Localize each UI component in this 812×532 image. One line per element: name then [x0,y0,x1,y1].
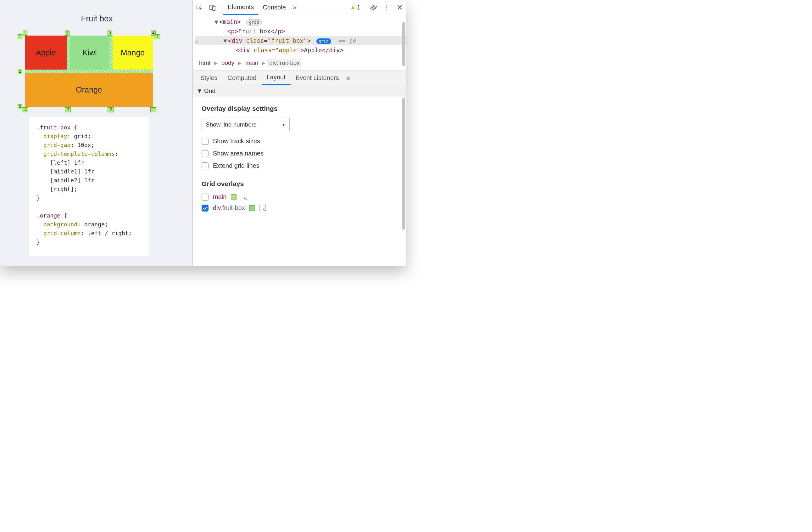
dom-node-p[interactable]: <p>Fruit box</p> [195,26,406,36]
dom-node-fruit-box[interactable]: ▼<div class="fruit-box"> grid == $0 [195,36,406,45]
gear-icon[interactable] [367,0,380,15]
scrollbar[interactable] [402,22,405,263]
checkbox-label: Show track sizes [213,138,260,145]
grid-overlays-title: Grid overlays [202,180,404,187]
line-number: 3 [107,30,112,36]
page-title: Fruit box [18,14,176,24]
line-number: 1 [23,30,27,36]
fruit-box-grid: Apple Kiwi Mango Orange 1 2 3 4 1 2 3 -1… [22,32,157,110]
close-icon[interactable]: ✕ [393,0,406,15]
styles-panel-tabs: Styles Computed Layout Event Listeners » [193,71,406,85]
grid-badge[interactable]: grid [246,19,262,26]
line-numbers-select[interactable]: Show line numbers▼ [202,118,290,131]
crumb-html[interactable]: html [197,58,212,67]
checkbox-icon[interactable] [202,138,208,145]
layout-panel-body: Overlay display settings Show line numbe… [193,97,406,266]
tab-elements[interactable]: Elements [223,0,258,15]
cell-apple: Apple [25,36,67,70]
overlay-settings-title: Overlay display settings [202,105,404,112]
grid-gutter [25,70,153,73]
line-number: -4 [22,107,28,112]
line-number: -2 [107,107,114,112]
checkbox-track-sizes[interactable]: Show track sizes [202,138,404,145]
scrollbar-thumb[interactable] [402,22,405,66]
scrollbar-thumb[interactable] [402,98,405,230]
line-number: -3 [65,107,71,112]
line-number: 1 [18,34,22,39]
checkbox-area-names[interactable]: Show area names [202,150,404,157]
reveal-element-icon[interactable] [259,205,266,211]
svg-rect-2 [213,6,215,10]
devtools-toolbar: Elements Console » ▲ 1 ⋮ ✕ [193,0,406,15]
checkbox-label: Extend grid lines [213,162,259,169]
subtabs-overflow[interactable]: » [344,71,352,85]
crumb-div-fruit-box[interactable]: div.fruit-box [267,58,302,67]
grid-section-header[interactable]: ▼ Grid [193,85,406,97]
device-toggle-icon[interactable] [206,0,219,15]
color-swatch[interactable] [249,205,255,211]
reveal-element-icon[interactable] [241,194,247,200]
checkbox-icon[interactable] [202,205,208,212]
crumb-main[interactable]: main [243,58,260,67]
inspect-icon[interactable] [193,0,206,15]
dom-node-apple[interactable]: <div class="apple">Apple</div> [195,45,406,55]
kebab-icon[interactable]: ⋮ [380,0,393,15]
overlay-name[interactable]: main [213,193,227,200]
line-number: -1 [154,34,160,39]
dollar-zero: == $0 [338,37,356,44]
overlay-row-fruit-box[interactable]: div.fruit-box [202,204,404,212]
dom-tree[interactable]: ▼<main> grid <p>Fruit box</p> ▼<div clas… [193,15,406,57]
line-number: 2 [18,69,22,74]
overlay-row-main[interactable]: main [202,193,404,200]
checkbox-icon[interactable] [202,163,208,169]
warnings-badge[interactable]: ▲ 1 [350,4,360,11]
css-source: .fruit-box { display: grid; grid-gap: 10… [30,117,149,256]
cell-mango: Mango [113,36,153,70]
breadcrumb[interactable]: html▶ body▶ main▶ div.fruit-box [193,57,406,71]
line-number: 2 [65,30,70,36]
line-number: 3 [18,104,22,109]
warning-icon: ▲ [350,4,356,11]
tab-layout[interactable]: Layout [262,71,291,85]
tab-event-listeners[interactable]: Event Listeners [291,71,344,85]
color-swatch[interactable] [231,194,236,200]
checkbox-label: Show area names [213,150,263,157]
crumb-body[interactable]: body [219,58,236,67]
rendered-page-pane: Fruit box Apple Kiwi Mango Orange 1 2 3 … [0,0,192,266]
dom-node-main[interactable]: ▼<main> grid [195,17,406,26]
grid-badge-active[interactable]: grid [316,38,331,44]
checkbox-icon[interactable] [202,194,208,200]
checkbox-extend-lines[interactable]: Extend grid lines [202,162,404,169]
chevron-down-icon: ▼ [282,123,286,127]
tab-console[interactable]: Console [258,0,290,15]
cell-kiwi: Kiwi [70,36,110,70]
warning-count: 1 [357,4,360,11]
devtools-pane: Elements Console » ▲ 1 ⋮ ✕ ▼<main> grid … [192,0,406,266]
overlay-name[interactable]: div.fruit-box [213,204,245,212]
tab-computed[interactable]: Computed [222,71,261,85]
tabs-overflow[interactable]: » [290,0,299,15]
line-number: -1 [150,107,156,112]
tab-styles[interactable]: Styles [195,71,222,85]
checkbox-icon[interactable] [202,150,208,157]
cell-orange: Orange [25,73,153,107]
